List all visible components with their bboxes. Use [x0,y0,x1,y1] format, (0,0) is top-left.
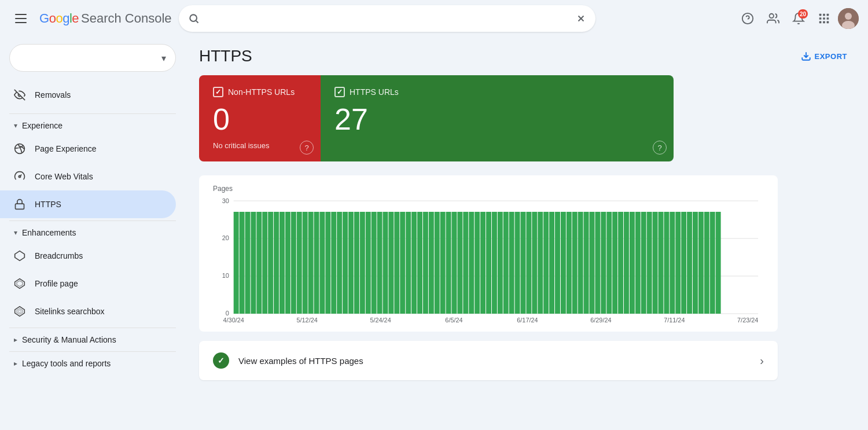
svg-point-6 [770,14,774,18]
svg-rect-55 [325,212,330,314]
property-chevron-icon: ▾ [161,53,166,64]
svg-rect-56 [331,212,336,314]
logo-product-text: Search Console [81,11,172,26]
https-checkbox-icon [334,87,345,97]
chart-svg: 30 20 10 0 4/30/24 [213,195,764,322]
svg-rect-118 [687,212,692,314]
svg-rect-107 [624,212,629,314]
svg-rect-117 [681,212,686,314]
svg-rect-44 [262,212,267,314]
delegate-button[interactable] [762,7,785,30]
svg-rect-119 [693,212,698,314]
divider-1 [9,113,176,114]
svg-rect-80 [469,212,474,314]
chart-y-label: Pages [213,185,764,193]
export-button[interactable]: EXPORT [794,46,854,66]
export-label: EXPORT [815,52,847,61]
profile-page-icon [14,278,25,289]
sidebar-item-page-experience-label: Page Experience [35,144,162,153]
svg-text:4/30/24: 4/30/24 [223,317,244,322]
examples-row[interactable]: ✓ View examples of HTTPS pages › [199,341,778,380]
header-actions: 20 [736,7,859,30]
divider-4 [9,351,176,352]
svg-marker-28 [17,308,23,314]
non-https-card: Non-HTTPS URLs 0 No critical issues ? [199,75,321,161]
sidebar-item-breadcrumbs[interactable]: Breadcrumbs [0,242,176,270]
sidebar-item-sitelinks-searchbox[interactable]: Sitelinks searchbox [0,297,176,325]
svg-rect-42 [251,212,256,314]
svg-rect-103 [601,212,606,314]
hamburger-button[interactable] [9,7,32,30]
svg-line-1 [196,21,198,23]
sidebar-item-core-web-vitals[interactable]: Core Web Vitals [0,163,176,190]
sidebar-group-experience[interactable]: ▾ Experience [0,116,185,135]
svg-rect-52 [308,212,314,314]
notifications-button[interactable]: 20 [787,7,810,30]
svg-rect-40 [240,212,245,314]
svg-rect-47 [279,212,285,314]
svg-rect-104 [606,212,612,314]
svg-rect-87 [509,212,514,314]
search-clear-button[interactable] [576,13,586,24]
sidebar-item-https[interactable]: HTTPS [0,190,176,218]
page-title: HTTPS [199,47,252,65]
page-experience-icon [14,143,25,155]
svg-rect-43 [256,212,262,314]
svg-rect-73 [429,212,434,314]
breadcrumbs-icon [14,250,25,262]
svg-rect-68 [400,212,405,314]
non-https-sub: No critical issues [213,141,307,150]
svg-rect-123 [716,212,721,314]
svg-rect-48 [285,212,290,314]
apps-button[interactable] [812,7,836,30]
svg-rect-89 [521,212,526,314]
svg-rect-45 [268,212,273,314]
sidebar-group-security[interactable]: ▸ Security & Manual Actions [0,330,185,349]
svg-rect-113 [659,212,664,314]
svg-text:6/5/24: 6/5/24 [445,317,462,322]
sidebar-item-removals[interactable]: Removals [0,81,176,109]
experience-chevron-icon: ▾ [14,122,17,130]
non-https-help-button[interactable]: ? [300,141,314,155]
svg-rect-13 [819,21,822,24]
experience-group-label: Experience [22,121,62,130]
chart-area: Pages 30 20 10 0 [199,175,778,332]
https-card-label: HTTPS URLs [350,87,399,97]
svg-rect-86 [503,212,509,314]
sidebar-item-sitelinks-searchbox-label: Sitelinks searchbox [35,307,162,316]
svg-rect-65 [383,212,388,314]
https-help-button[interactable]: ? [653,141,667,155]
help-button[interactable] [736,7,759,30]
svg-rect-100 [584,212,589,314]
svg-rect-39 [234,212,239,314]
search-input[interactable] [204,13,571,24]
legacy-chevron-icon: ▸ [14,359,17,367]
svg-point-0 [190,14,197,21]
svg-rect-105 [612,212,617,314]
svg-rect-111 [647,212,652,314]
svg-rect-95 [555,212,560,314]
svg-rect-85 [498,212,503,314]
search-bar [179,5,595,32]
svg-rect-72 [423,212,428,314]
non-https-checkbox-icon [213,87,223,97]
menu-icon [15,14,27,23]
svg-rect-59 [348,212,354,314]
svg-rect-61 [360,212,365,314]
sidebar-item-profile-page[interactable]: Profile page [0,270,176,297]
svg-rect-77 [452,212,457,314]
sidebar-item-page-experience[interactable]: Page Experience [0,135,176,163]
svg-rect-81 [475,212,480,314]
sitelinks-searchbox-icon [14,306,25,317]
svg-rect-75 [440,212,446,314]
property-selector[interactable]: ▾ [9,44,176,72]
logo[interactable]: Google Search Console [39,11,172,26]
non-https-card-header: Non-HTTPS URLs [213,87,307,97]
sidebar-group-enhancements[interactable]: ▾ Enhancements [0,223,185,242]
sidebar-group-legacy[interactable]: ▸ Legacy tools and reports [0,354,185,373]
svg-rect-115 [670,212,675,314]
svg-rect-90 [526,212,531,314]
svg-rect-60 [354,212,359,314]
svg-rect-12 [827,17,829,20]
avatar[interactable] [838,8,859,29]
